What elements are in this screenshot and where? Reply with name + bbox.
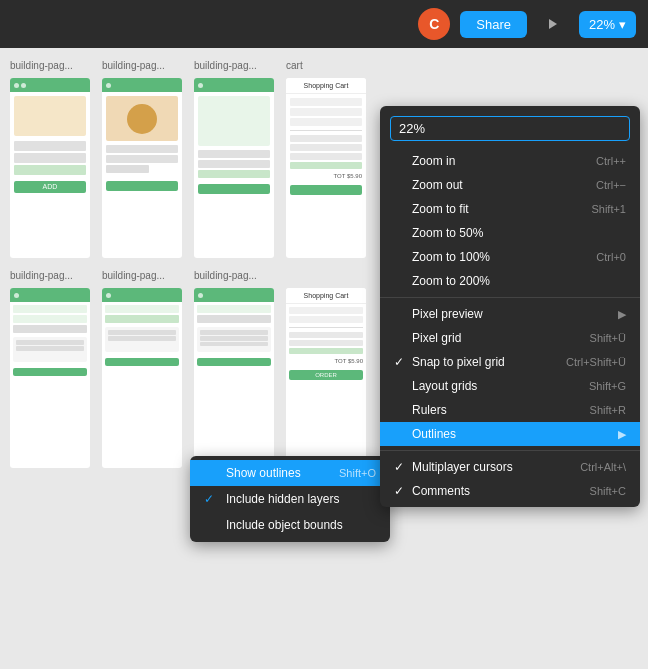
- include-object-bounds-item[interactable]: Include object bounds: [190, 512, 390, 538]
- include-hidden-layers-label: Include hidden layers: [226, 492, 376, 506]
- check-hidden-layers: ✓: [204, 492, 218, 506]
- zoom-fit-label: Zoom to fit: [412, 202, 591, 216]
- frame-label-4: cart: [286, 60, 303, 71]
- avatar[interactable]: C: [418, 8, 450, 40]
- chevron-right-icon: ▶: [618, 308, 626, 321]
- zoom-item-zoom-50[interactable]: Zoom to 50%: [380, 221, 640, 245]
- frames-row-2: building-pag... building-p: [10, 288, 366, 468]
- layout-shortcut: Shift+G: [589, 380, 626, 392]
- zoom-item-rulers[interactable]: Rulers Shift+R: [380, 398, 640, 422]
- outlines-submenu: Show outlines Shift+O ✓ Include hidden l…: [190, 456, 390, 542]
- include-object-bounds-label: Include object bounds: [226, 518, 376, 532]
- svg-marker-0: [549, 19, 557, 29]
- frame-6: building-pag...: [102, 288, 182, 468]
- zoom-item-comments[interactable]: ✓ Comments Shift+C: [380, 479, 640, 503]
- frame-8-cart: Shopping Cart TOT $5.90 ORDER: [286, 288, 366, 468]
- zoom-item-layout[interactable]: Layout grids Shift+G: [380, 374, 640, 398]
- show-outlines-item[interactable]: Show outlines Shift+O: [190, 460, 390, 486]
- outlines-chevron-right-icon: ▶: [618, 428, 626, 441]
- divider-1: [380, 297, 640, 298]
- zoom-out-label: Zoom out: [412, 178, 596, 192]
- zoom-item-zoom-in[interactable]: Zoom in Ctrl++: [380, 149, 640, 173]
- zoom-button[interactable]: 22% ▾: [579, 11, 636, 38]
- zoom-input-wrapper: 22%: [380, 110, 640, 149]
- zoom-item-pixel-grid[interactable]: Pixel grid Shift+Ü: [380, 326, 640, 350]
- zoom-200-label: Zoom to 200%: [412, 274, 626, 288]
- zoom-100-label: Zoom to 100%: [412, 250, 596, 264]
- frame-label-3: building-pag...: [194, 60, 257, 71]
- check-snap: ✓: [394, 355, 412, 369]
- frames-row-1: building-pag... ADD building-pag...: [10, 78, 366, 258]
- snap-shortcut: Ctrl+Shift+Ü: [566, 356, 626, 368]
- show-outlines-shortcut: Shift+O: [339, 467, 376, 479]
- zoom-item-pixel-preview[interactable]: Pixel preview ▶: [380, 302, 640, 326]
- rulers-shortcut: Shift+R: [590, 404, 626, 416]
- zoom-dropdown: 22% Zoom in Ctrl++ Zoom out Ctrl+− Zoom …: [380, 106, 640, 507]
- chevron-down-icon: ▾: [619, 17, 626, 32]
- show-outlines-label: Show outlines: [226, 466, 331, 480]
- frame-2: building-pag...: [102, 78, 182, 258]
- frame-label-5: building-pag...: [10, 270, 73, 281]
- check-multiplayer: ✓: [394, 460, 412, 474]
- zoom-item-zoom-100[interactable]: Zoom to 100% Ctrl+0: [380, 245, 640, 269]
- frame-7: building-pag...: [194, 288, 274, 468]
- outlines-label: Outlines: [412, 427, 618, 441]
- zoom-item-snap[interactable]: ✓ Snap to pixel grid Ctrl+Shift+Ü: [380, 350, 640, 374]
- zoom-50-label: Zoom to 50%: [412, 226, 626, 240]
- divider-2: [380, 450, 640, 451]
- zoom-in-shortcut: Ctrl++: [596, 155, 626, 167]
- frame-label-1: building-pag...: [10, 60, 73, 71]
- include-hidden-layers-item[interactable]: ✓ Include hidden layers: [190, 486, 390, 512]
- topbar: C Share 22% ▾: [0, 0, 648, 48]
- zoom-input[interactable]: 22%: [390, 116, 630, 141]
- layout-label: Layout grids: [412, 379, 589, 393]
- frame-label-2: building-pag...: [102, 60, 165, 71]
- frame-label-6: building-pag...: [102, 270, 165, 281]
- multiplayer-label: Multiplayer cursors: [412, 460, 580, 474]
- zoom-in-label: Zoom in: [412, 154, 596, 168]
- frame-5: building-pag...: [10, 288, 90, 468]
- frame-3: building-pag...: [194, 78, 274, 258]
- zoom-item-zoom-200[interactable]: Zoom to 200%: [380, 269, 640, 293]
- frame-1: building-pag... ADD: [10, 78, 90, 258]
- play-button[interactable]: [537, 8, 569, 40]
- zoom-item-outlines[interactable]: Outlines ▶: [380, 422, 640, 446]
- zoom-value: 22%: [589, 17, 615, 32]
- canvas-area: building-pag... ADD building-pag...: [0, 48, 648, 669]
- frame-4-cart: cart Shopping Cart TOT $5.90: [286, 78, 366, 258]
- snap-label: Snap to pixel grid: [412, 355, 566, 369]
- check-comments: ✓: [394, 484, 412, 498]
- zoom-item-zoom-out[interactable]: Zoom out Ctrl+−: [380, 173, 640, 197]
- frame-label-7: building-pag...: [194, 270, 257, 281]
- pixel-grid-label: Pixel grid: [412, 331, 590, 345]
- rulers-label: Rulers: [412, 403, 590, 417]
- pixel-grid-shortcut: Shift+Ü: [590, 332, 626, 344]
- zoom-item-multiplayer[interactable]: ✓ Multiplayer cursors Ctrl+Alt+\: [380, 455, 640, 479]
- comments-shortcut: Shift+C: [590, 485, 626, 497]
- multiplayer-shortcut: Ctrl+Alt+\: [580, 461, 626, 473]
- zoom-100-shortcut: Ctrl+0: [596, 251, 626, 263]
- pixel-preview-label: Pixel preview: [412, 307, 618, 321]
- zoom-fit-shortcut: Shift+1: [591, 203, 626, 215]
- zoom-out-shortcut: Ctrl+−: [596, 179, 626, 191]
- share-button[interactable]: Share: [460, 11, 527, 38]
- zoom-item-zoom-fit[interactable]: Zoom to fit Shift+1: [380, 197, 640, 221]
- comments-label: Comments: [412, 484, 590, 498]
